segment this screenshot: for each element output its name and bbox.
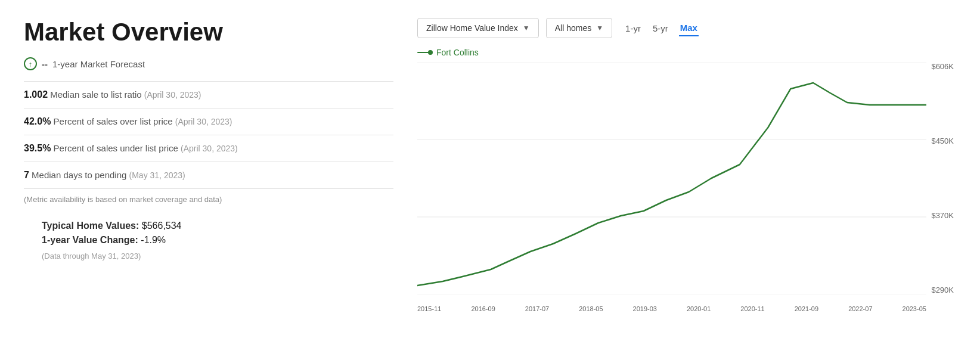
forecast-row: ↑ -- 1-year Market Forecast bbox=[24, 57, 393, 70]
metric-value-1: 42.0% bbox=[24, 116, 51, 126]
forecast-up-icon: ↑ bbox=[24, 57, 37, 70]
metric-label-2: Percent of sales under list price bbox=[54, 143, 178, 153]
x-label-3: 2017-07 bbox=[525, 305, 549, 312]
homes-dropdown-arrow: ▼ bbox=[596, 24, 603, 32]
metric-note: (Metric availability is based on market … bbox=[24, 193, 393, 206]
home-values-label: Typical Home Values: bbox=[42, 221, 139, 231]
y-label-2: $450K bbox=[931, 136, 954, 145]
x-label-9: 2022-07 bbox=[848, 305, 872, 312]
homes-dropdown-label: All homes bbox=[555, 23, 591, 33]
metric-value-3: 7 bbox=[24, 170, 29, 180]
y-label-4: $290K bbox=[931, 286, 954, 294]
value-change-label: 1-year Value Change: bbox=[42, 235, 138, 245]
y-axis-labels: $606K $450K $370K $290K bbox=[931, 62, 956, 294]
x-label-2: 2016-09 bbox=[471, 305, 495, 312]
chart-controls: Zillow Home Value Index ▼ All homes ▼ 1-… bbox=[417, 18, 956, 38]
metric-value-0: 1.002 bbox=[24, 89, 48, 100]
home-values-section: Typical Home Values: $566,534 1-year Val… bbox=[24, 221, 393, 260]
metric-date-2: (April 30, 2023) bbox=[181, 144, 238, 153]
metric-item-1: 42.0% Percent of sales over list price (… bbox=[24, 108, 393, 135]
time-btn-1yr[interactable]: 1-yr bbox=[624, 21, 642, 36]
y-label-1: $606K bbox=[931, 62, 954, 71]
legend-row: Fort Collins bbox=[417, 48, 956, 57]
metric-date-0: (April 30, 2023) bbox=[144, 90, 201, 100]
time-btn-5yr[interactable]: 5-yr bbox=[652, 21, 669, 36]
index-dropdown-label: Zillow Home Value Index bbox=[426, 23, 518, 33]
x-label-7: 2020-11 bbox=[740, 305, 764, 312]
metric-item-3: 7 Median days to pending (May 31, 2023) bbox=[24, 162, 393, 189]
left-panel: Market Overview ↑ -- 1-year Market Forec… bbox=[24, 18, 393, 345]
forecast-label: 1-year Market Forecast bbox=[52, 59, 145, 69]
x-label-10: 2023-05 bbox=[903, 305, 926, 312]
metric-date-3: (May 31, 2023) bbox=[129, 170, 185, 180]
x-label-8: 2021-09 bbox=[795, 305, 818, 312]
metric-item-2: 39.5% Percent of sales under list price … bbox=[24, 135, 393, 162]
x-label-1: 2015-11 bbox=[417, 305, 441, 312]
x-label-5: 2019-03 bbox=[633, 305, 657, 312]
metric-value-2: 39.5% bbox=[24, 143, 51, 153]
x-label-4: 2018-05 bbox=[579, 305, 603, 312]
metric-label-1: Percent of sales over list price bbox=[54, 116, 173, 126]
index-dropdown[interactable]: Zillow Home Value Index ▼ bbox=[417, 18, 539, 38]
x-label-6: 2020-01 bbox=[687, 305, 711, 312]
forecast-dashes: -- bbox=[42, 59, 48, 69]
homes-dropdown[interactable]: All homes ▼ bbox=[546, 18, 612, 38]
chart-line bbox=[417, 83, 926, 286]
y-label-3: $370K bbox=[931, 211, 954, 220]
x-axis-labels: 2015-11 2016-09 2017-07 2018-05 2019-03 … bbox=[417, 305, 926, 312]
metric-label-0: Median sale to list ratio bbox=[50, 89, 141, 100]
value-change-value: -1.9% bbox=[141, 235, 166, 245]
metric-item-0: 1.002 Median sale to list ratio (April 3… bbox=[24, 82, 393, 108]
home-values-title: Typical Home Values: $566,534 bbox=[42, 221, 393, 231]
value-change-title: 1-year Value Change: -1.9% bbox=[42, 235, 393, 246]
metric-label-3: Median days to pending bbox=[32, 170, 126, 180]
legend-label: Fort Collins bbox=[436, 48, 479, 57]
time-btn-max[interactable]: Max bbox=[679, 20, 699, 36]
metric-date-1: (April 30, 2023) bbox=[175, 117, 232, 126]
right-panel: Zillow Home Value Index ▼ All homes ▼ 1-… bbox=[417, 18, 956, 345]
chart-wrapper: $606K $450K $370K $290K 2015-11 2016-09 … bbox=[417, 62, 956, 312]
home-values-value: $566,534 bbox=[142, 221, 182, 231]
index-dropdown-arrow: ▼ bbox=[523, 24, 530, 32]
page-title: Market Overview bbox=[24, 18, 393, 46]
metrics-list: 1.002 Median sale to list ratio (April 3… bbox=[24, 81, 393, 189]
chart-svg bbox=[417, 62, 926, 294]
time-buttons: 1-yr 5-yr Max bbox=[624, 20, 699, 36]
data-through: (Data through May 31, 2023) bbox=[42, 252, 393, 260]
legend-dot bbox=[428, 50, 433, 55]
